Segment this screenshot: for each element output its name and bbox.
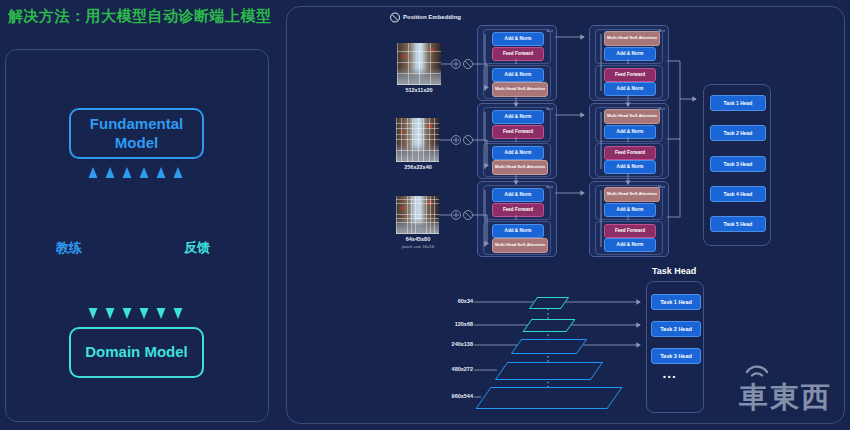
task-head-section-title: Task Head xyxy=(652,266,696,276)
bottom-task-head-1: Task 1 Head xyxy=(651,294,701,310)
feed-forward-box: Feed Forward xyxy=(604,224,656,238)
input-image-2 xyxy=(396,118,439,162)
watermark-logo: 車東西 xyxy=(739,378,832,418)
self-attention-box: Multi-Head Self-Attention xyxy=(492,160,548,175)
self-attention-box: Multi-Head Self-Attention xyxy=(604,109,660,124)
coach-label: 教练 xyxy=(56,239,82,257)
pyramid-size-label-4: 480x272 xyxy=(428,366,473,372)
add-norm-box: Add & Norm xyxy=(492,68,544,82)
self-attention-box: Multi-Head Self-Attention xyxy=(604,187,660,202)
add-norm-box: Add & Norm xyxy=(492,110,544,124)
page-title: 解决方法：用大模型自动诊断端上模型 xyxy=(8,7,272,26)
self-attention-box: Multi-Head Self-Attention xyxy=(604,31,660,46)
feature-map-2 xyxy=(522,319,575,332)
pyramid-size-label-3: 240x138 xyxy=(428,341,473,347)
add-norm-box: Add & Norm xyxy=(604,47,656,61)
domain-model-label: Domain Model xyxy=(85,343,188,362)
fundamental-model-box: Fundamental Model xyxy=(69,108,204,159)
task-head-column: Task 1 Head Task 2 Head Task 3 Head Task… xyxy=(703,84,771,246)
add-norm-box: Add & Norm xyxy=(604,238,656,252)
bottom-task-head-column: Task 1 Head Task 2 Head Task 3 Head ••• xyxy=(646,281,704,413)
more-task-heads-ellipsis: ••• xyxy=(663,372,677,381)
task-head-1: Task 1 Head xyxy=(710,95,766,111)
add-norm-box: Add & Norm xyxy=(604,160,656,174)
feed-forward-box: Feed Forward xyxy=(492,125,544,139)
pyramid-size-label-1: 60x34 xyxy=(428,298,473,304)
input-image-3 xyxy=(396,196,439,234)
input-image-1 xyxy=(397,43,441,85)
feed-forward-box: Feed Forward xyxy=(604,68,656,82)
feature-map-4 xyxy=(495,362,604,380)
domain-model-box: Domain Model xyxy=(69,327,204,378)
position-embedding-label: Position Embedding xyxy=(403,14,461,20)
fundamental-model-label: Fundamental Model xyxy=(71,115,202,153)
task-head-4: Task 4 Head xyxy=(710,186,766,202)
encoder-block-row1-right: M₁× Multi-Head Self-Attention Add & Norm… xyxy=(589,25,669,101)
add-norm-box: Add & Norm xyxy=(604,125,656,139)
feed-forward-box: Feed Forward xyxy=(492,203,544,217)
feed-forward-box: Feed Forward xyxy=(492,47,544,61)
feed-forward-box: Feed Forward xyxy=(604,146,656,160)
add-norm-box: Add & Norm xyxy=(492,32,544,46)
input-size-label-2: 256x22x40 xyxy=(388,164,448,170)
pyramid-size-label-5: 960x544 xyxy=(428,393,473,399)
input-size-label-3: 64x45x80 xyxy=(388,236,448,242)
slide: 解决方法：用大模型自动诊断端上模型 Fundamental Model Doma… xyxy=(0,0,850,430)
task-head-2: Task 2 Head xyxy=(710,125,766,141)
patch-size-note: patch size 16x16 xyxy=(388,244,448,249)
bottom-task-head-2: Task 2 Head xyxy=(651,321,701,337)
add-norm-box: Add & Norm xyxy=(492,146,544,160)
add-norm-box: Add & Norm xyxy=(492,224,544,238)
input-size-label-1: 512x11x20 xyxy=(389,87,449,93)
feature-map-3 xyxy=(511,339,588,354)
bottom-task-head-3: Task 3 Head xyxy=(651,348,701,364)
pyramid-size-label-2: 120x68 xyxy=(428,321,473,327)
encoder-block-row2-right: M₂× Multi-Head Self-Attention Add & Norm… xyxy=(589,103,669,179)
encoder-block-row3-left: N₃× Add & Norm Feed Forward Add & Norm M… xyxy=(477,181,557,257)
self-attention-box: Multi-Head Self-Attention xyxy=(492,82,548,97)
add-norm-box: Add & Norm xyxy=(492,188,544,202)
add-norm-box: Add & Norm xyxy=(604,203,656,217)
task-head-5: Task 5 Head xyxy=(710,216,766,232)
watermark-wifi-icon xyxy=(742,360,782,378)
self-attention-box: Multi-Head Self-Attention xyxy=(492,238,548,253)
feedback-label: 反馈 xyxy=(184,239,210,257)
add-norm-box: Add & Norm xyxy=(604,82,656,96)
encoder-block-row1-left: N₁× Add & Norm Feed Forward Add & Norm M… xyxy=(477,25,557,101)
encoder-block-row2-left: N₂× Add & Norm Feed Forward Add & Norm M… xyxy=(477,103,557,179)
task-head-3: Task 3 Head xyxy=(710,156,766,172)
feature-map-5 xyxy=(475,387,622,409)
encoder-block-row3-right: M₃× Multi-Head Self-Attention Add & Norm… xyxy=(589,181,669,257)
